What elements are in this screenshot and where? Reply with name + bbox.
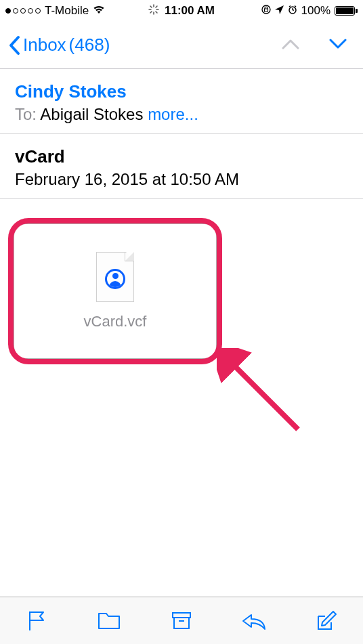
reply-button[interactable]	[239, 606, 269, 636]
reply-icon	[240, 611, 268, 631]
battery-percent: 100%	[301, 4, 330, 18]
subject-label: vCard	[15, 146, 348, 167]
wifi-icon	[93, 4, 105, 18]
recipient-line: To: Abigail Stokes more...	[15, 105, 348, 124]
status-bar: T-Mobile 11:00 AM 100%	[0, 0, 363, 22]
more-link[interactable]: more...	[148, 105, 198, 123]
alarm-icon	[288, 4, 297, 18]
orientation-lock-icon	[261, 4, 271, 18]
svg-line-6	[150, 12, 152, 13]
message-body: vCard.vcf	[0, 199, 363, 578]
chevron-down-icon	[328, 37, 348, 51]
annotation-arrow-icon	[217, 348, 312, 443]
status-center: 11:00 AM	[148, 4, 215, 18]
move-button[interactable]	[94, 606, 124, 636]
clock-label: 11:00 AM	[165, 4, 215, 18]
subject-block: vCard February 16, 2015 at 10:50 AM	[0, 134, 363, 199]
status-left: T-Mobile	[5, 4, 105, 18]
bottom-toolbar	[0, 597, 363, 644]
to-label: To:	[15, 105, 37, 123]
back-count: (468)	[69, 35, 110, 56]
back-label: Inbox	[23, 35, 66, 56]
navigation-bar: Inbox (468)	[0, 22, 363, 69]
message-header: Cindy Stokes To: Abigail Stokes more...	[0, 69, 363, 134]
svg-rect-16	[173, 613, 190, 618]
chevron-up-icon	[280, 37, 301, 51]
folder-icon	[97, 611, 121, 631]
flag-button[interactable]	[22, 606, 51, 636]
location-icon	[275, 4, 284, 18]
flag-icon	[26, 609, 47, 632]
vcard-file-icon	[96, 252, 134, 302]
compose-icon	[315, 609, 338, 632]
carrier-label: T-Mobile	[45, 4, 89, 18]
back-button[interactable]: Inbox (468)	[8, 35, 110, 56]
prev-message-button[interactable]	[280, 37, 301, 53]
signal-strength-icon	[5, 8, 41, 14]
status-right: 100%	[261, 4, 358, 18]
svg-line-13	[295, 6, 296, 7]
svg-line-4	[150, 6, 152, 7]
battery-icon	[335, 6, 358, 16]
compose-button[interactable]	[312, 606, 341, 636]
archive-button[interactable]	[167, 606, 196, 636]
svg-line-15	[229, 360, 298, 429]
sender-name[interactable]: Cindy Stokes	[15, 81, 348, 102]
contact-silhouette-icon	[105, 269, 125, 289]
attachment-filename: vCard.vcf	[84, 313, 147, 330]
chevron-left-icon	[8, 35, 20, 56]
svg-line-12	[289, 6, 291, 7]
loading-icon	[148, 4, 159, 18]
attachment-card[interactable]: vCard.vcf	[14, 223, 217, 359]
next-message-button[interactable]	[328, 37, 348, 53]
recipient-name[interactable]: Abigail Stokes	[40, 105, 143, 123]
svg-line-7	[156, 6, 157, 7]
nav-arrows	[280, 37, 355, 53]
archive-icon	[171, 611, 192, 631]
attachment-container: vCard.vcf	[14, 223, 217, 359]
date-label: February 16, 2015 at 10:50 AM	[15, 170, 348, 189]
svg-line-5	[156, 12, 157, 13]
